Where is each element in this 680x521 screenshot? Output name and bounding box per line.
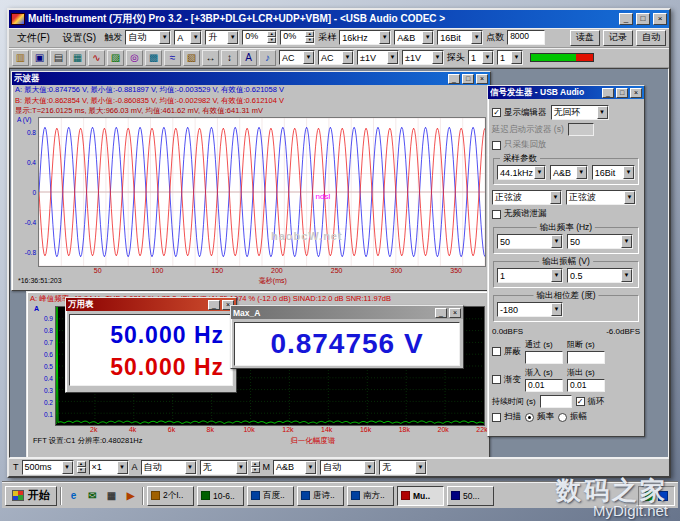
media-player-icon[interactable]: ▶ (122, 487, 139, 504)
dropdown-arrow-icon[interactable]: ▼ (576, 166, 587, 179)
sweep-frequency-radio[interactable]: 频率 (525, 411, 554, 423)
mask-stop-input[interactable] (567, 351, 605, 364)
sampling-channels-select[interactable]: A&B▼ (394, 30, 434, 45)
status-tray-icon[interactable] (645, 491, 655, 501)
dropdown-arrow-icon[interactable]: ▼ (227, 31, 238, 44)
marker-filter-select[interactable]: 无▼ (379, 460, 427, 475)
duration-input[interactable] (540, 395, 572, 408)
frequency-b-select[interactable]: 50▼ (567, 234, 633, 249)
ie-icon[interactable]: e (65, 487, 82, 504)
auto-button[interactable]: 自动 (636, 30, 666, 46)
dropdown-arrow-icon[interactable]: ▼ (482, 51, 493, 64)
sampling-bits-select[interactable]: 16Bit▼ (437, 30, 483, 45)
taskbar-task-button[interactable]: 百度.. (247, 486, 294, 506)
dropdown-arrow-icon[interactable]: ▼ (117, 461, 128, 474)
dropdown-arrow-icon[interactable]: ▼ (597, 106, 608, 119)
dropdown-arrow-icon[interactable]: ▼ (364, 461, 375, 474)
app-minimize-button[interactable]: _ (619, 13, 633, 25)
menu-settings[interactable]: 设置(S) (58, 30, 101, 46)
loop-checkbox[interactable]: ✓循环 (576, 396, 605, 408)
dropdown-arrow-icon[interactable]: ▼ (621, 235, 632, 248)
taskbar-task-button[interactable]: 2个I.. (147, 486, 194, 506)
record-button[interactable]: 记录 (603, 30, 633, 46)
mail-icon[interactable]: ✉ (84, 487, 101, 504)
print-icon[interactable]: ▤ (50, 50, 67, 66)
dropdown-arrow-icon[interactable]: ▼ (190, 31, 201, 44)
dropdown-arrow-icon[interactable]: ▼ (303, 51, 314, 64)
read-disk-button[interactable]: 读盘 (570, 30, 600, 46)
channel-a-filter-select[interactable]: 无▼ (200, 460, 248, 475)
trigger-edge-select[interactable]: 升▼ (205, 30, 239, 45)
generator-rate-select[interactable]: 44.1kHz▼ (497, 165, 546, 180)
dropdown-arrow-icon[interactable]: ▼ (623, 166, 634, 179)
no-spectral-leakage-checkbox[interactable]: 无频谱泄漏 (492, 208, 547, 220)
waveform-a-select[interactable]: 正弦波▼ (492, 190, 562, 205)
app-close-button[interactable]: × (653, 13, 667, 25)
app-maximize-button[interactable]: □ (636, 13, 650, 25)
stepper-down-icon[interactable]: ▼ (251, 467, 260, 473)
max-a-minimize-button[interactable]: _ (435, 308, 447, 318)
taskbar-task-button[interactable]: Mu.. (397, 486, 444, 506)
coupling-b-select[interactable]: AC▼ (318, 50, 354, 65)
sweep-amplitude-radio[interactable]: 振幅 (558, 411, 587, 423)
oscilloscope-close-button[interactable]: × (476, 74, 488, 84)
amplitude-b-select[interactable]: 0.5▼ (567, 268, 633, 283)
trigger-delay-stepper[interactable]: 0%▲▼ (280, 30, 315, 45)
mask-checkbox[interactable]: 屏蔽 (492, 346, 521, 358)
marker-stepper[interactable]: ▲▼ (251, 461, 260, 473)
dropdown-arrow-icon[interactable]: ▼ (550, 191, 561, 204)
loopback-select[interactable]: 无回环▼ (551, 105, 609, 120)
multimeter-minimize-button[interactable]: _ (208, 300, 220, 310)
dropdown-arrow-icon[interactable]: ▼ (159, 31, 170, 44)
generator-bits-select[interactable]: 16Bit▼ (592, 165, 635, 180)
oscilloscope-icon[interactable]: ∿ (88, 50, 105, 66)
fade-checkbox[interactable]: 渐变 (492, 374, 521, 386)
save-icon[interactable]: ▣ (31, 50, 48, 66)
mask-pass-input[interactable] (525, 351, 563, 364)
max-a-titlebar[interactable]: Max_A _ × (231, 306, 463, 319)
timebase-select[interactable]: 500ms▼ (22, 460, 74, 475)
dropdown-arrow-icon[interactable]: ▼ (379, 31, 390, 44)
max-a-close-button[interactable]: × (449, 308, 461, 318)
generator-minimize-button[interactable]: _ (602, 88, 614, 98)
stepper-arrows[interactable]: ▲▼ (305, 31, 314, 44)
zoom-horizontal-icon[interactable]: ↔ (202, 50, 219, 66)
sound-device-icon[interactable]: ♪ (259, 50, 276, 66)
multimeter-icon[interactable]: ◎ (126, 50, 143, 66)
show-desktop-icon[interactable]: ▦ (103, 487, 120, 504)
channel-a-mode-select[interactable]: 自动▼ (141, 460, 197, 475)
stepper-down-icon[interactable]: ▼ (267, 37, 276, 43)
probe-a-select[interactable]: 1▼ (468, 50, 494, 65)
dropdown-arrow-icon[interactable]: ▼ (342, 51, 353, 64)
sampling-rate-select[interactable]: 16kHz▼ (339, 30, 391, 45)
zoom-vertical-icon[interactable]: ↕ (221, 50, 238, 66)
dropdown-arrow-icon[interactable]: ▼ (432, 51, 443, 64)
marker-mode-select[interactable]: 自动▼ (320, 460, 376, 475)
dropdown-arrow-icon[interactable]: ▼ (422, 31, 433, 44)
stepper-arrows[interactable]: ▲▼ (267, 31, 276, 44)
dropdown-arrow-icon[interactable]: ▼ (534, 166, 545, 179)
scope-plot[interactable]: ndsl haobcW.net (38, 117, 486, 267)
generator-maximize-button[interactable]: □ (616, 88, 628, 98)
generator-close-button[interactable]: × (630, 88, 642, 98)
zoom-select[interactable]: ×1▼ (89, 460, 129, 475)
start-button[interactable]: 开始 (5, 486, 57, 506)
dropdown-arrow-icon[interactable]: ▼ (185, 461, 196, 474)
oscilloscope-maximize-button[interactable]: □ (462, 74, 474, 84)
dropdown-arrow-icon[interactable]: ▼ (551, 303, 562, 316)
trigger-level-stepper[interactable]: 0%▲▼ (242, 30, 277, 45)
trigger-mode-select[interactable]: 自动▼ (125, 30, 171, 45)
amplitude-a-select[interactable]: 1▼ (497, 268, 563, 283)
frequency-a-select[interactable]: 50▼ (497, 234, 563, 249)
taskbar-task-button[interactable]: 50... (447, 486, 494, 506)
open-file-icon[interactable]: ▥ (12, 50, 29, 66)
signal-generator-icon[interactable]: ≈ (164, 50, 181, 66)
timebase-stepper[interactable]: ▲▼ (77, 461, 86, 473)
taskbar-task-button[interactable]: 南方.. (347, 486, 394, 506)
dropdown-arrow-icon[interactable]: ▼ (551, 235, 562, 248)
points-input[interactable]: 8000 (507, 30, 545, 45)
copy-icon[interactable]: ▦ (69, 50, 86, 66)
waveform-b-select[interactable]: 正弦波▼ (566, 190, 636, 205)
dropdown-arrow-icon[interactable]: ▼ (511, 51, 522, 64)
dropdown-arrow-icon[interactable]: ▼ (415, 461, 426, 474)
